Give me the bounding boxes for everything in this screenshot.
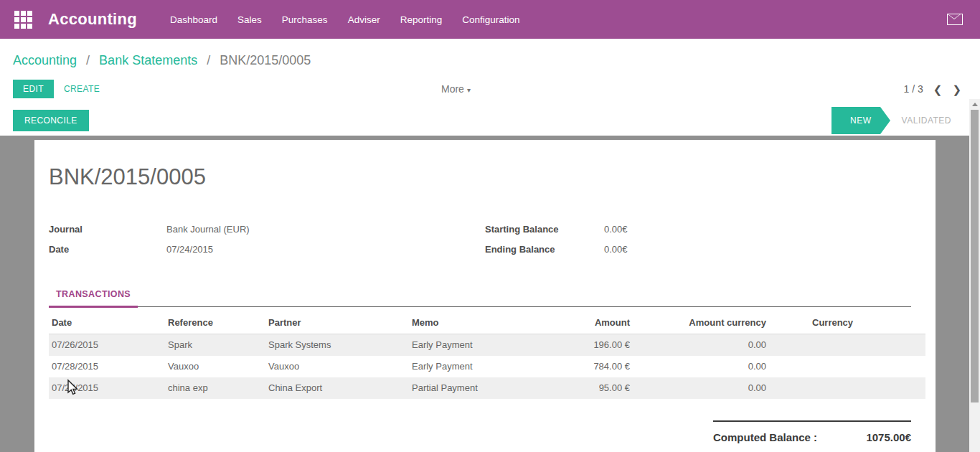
breadcrumb-bank-statements[interactable]: Bank Statements (99, 53, 197, 67)
table-row[interactable]: 07/27/2015 china exp China Export Partia… (49, 377, 925, 399)
statusbar: RECONCILE NEW VALIDATED (0, 105, 980, 136)
scrollbar-thumb[interactable] (971, 110, 979, 402)
apps-grid-icon[interactable] (14, 11, 32, 29)
top-navbar: Accounting Dashboard Sales Purchases Adv… (0, 0, 980, 39)
cell-partner[interactable]: Vauxoo (265, 356, 409, 377)
cell-date[interactable]: 07/26/2015 (49, 334, 165, 356)
more-dropdown[interactable]: More▾ (441, 83, 471, 95)
state-new[interactable]: NEW (831, 107, 880, 134)
date-label: Date (49, 244, 166, 255)
pager: 1 / 3 ❮ ❯ (904, 83, 961, 95)
breadcrumb-current-record: BNK/2015/0005 (220, 53, 311, 67)
menu-purchases[interactable]: Purchases (282, 14, 328, 25)
control-panel: EDIT CREATE More▾ 1 / 3 ❮ ❯ (0, 72, 980, 105)
cell-reference[interactable]: Vauxoo (165, 356, 265, 377)
cell-amount-currency[interactable]: 0.00 (644, 334, 781, 356)
cell-amount[interactable]: 196.00 € (558, 334, 644, 356)
cell-currency[interactable] (781, 356, 925, 377)
ending-balance-value[interactable]: 0.00€ (604, 244, 628, 255)
table-row[interactable]: 07/26/2015 Spark Spark Systems Early Pay… (49, 334, 925, 356)
cell-amount-currency[interactable]: 0.00 (644, 377, 781, 399)
scrollbar-up-icon[interactable] (969, 99, 980, 109)
pager-count: 1 / 3 (904, 83, 923, 95)
col-date[interactable]: Date (49, 313, 165, 334)
computed-balance: Computed Balance : 1075.00€ (713, 420, 911, 443)
breadcrumb-separator: / (86, 53, 90, 67)
pager-previous-icon[interactable]: ❮ (933, 84, 943, 95)
menu-sales[interactable]: Sales (237, 14, 262, 25)
computed-balance-label: Computed Balance : (713, 431, 817, 443)
cell-currency[interactable] (781, 334, 925, 356)
cell-partner[interactable]: China Export (265, 377, 409, 399)
notebook-tabbar: TRANSACTIONS (49, 289, 911, 307)
cell-memo[interactable]: Early Payment (409, 356, 558, 377)
cell-memo[interactable]: Partial Payment (409, 377, 558, 399)
menu-configuration[interactable]: Configuration (462, 14, 519, 25)
journal-label: Journal (49, 224, 166, 235)
menu-reporting[interactable]: Reporting (400, 14, 443, 25)
col-amount[interactable]: Amount (558, 313, 644, 334)
cell-amount[interactable]: 95.00 € (558, 377, 644, 399)
table-header-row: Date Reference Partner Memo Amount Amoun… (49, 313, 925, 334)
cell-date[interactable]: 07/28/2015 (49, 356, 165, 377)
form-view-background: BNK/2015/0005 Journal Bank Journal (EUR)… (0, 136, 980, 452)
ending-balance-label: Ending Balance (485, 244, 604, 255)
col-reference[interactable]: Reference (165, 313, 265, 334)
cell-currency[interactable] (781, 377, 925, 399)
pager-next-icon[interactable]: ❯ (952, 84, 961, 95)
chevron-down-icon: ▾ (467, 86, 471, 94)
cell-partner[interactable]: Spark Systems (265, 334, 409, 356)
cell-date[interactable]: 07/27/2015 (49, 377, 165, 399)
record-title: BNK/2015/0005 (49, 164, 911, 190)
starting-balance-label: Starting Balance (485, 224, 604, 235)
messages-envelope-icon[interactable] (947, 14, 963, 25)
col-currency[interactable]: Currency (781, 313, 925, 334)
cell-reference[interactable]: Spark (165, 334, 265, 356)
col-partner[interactable]: Partner (265, 313, 409, 334)
breadcrumb-separator: / (207, 53, 210, 67)
reconcile-button[interactable]: RECONCILE (13, 110, 89, 131)
col-amount-currency[interactable]: Amount currency (644, 313, 781, 334)
menu-adviser[interactable]: Adviser (348, 14, 380, 25)
journal-value[interactable]: Bank Journal (EUR) (166, 224, 250, 235)
date-value[interactable]: 07/24/2015 (166, 244, 213, 255)
breadcrumb-accounting[interactable]: Accounting (13, 53, 77, 67)
vertical-scrollbar[interactable] (969, 99, 980, 452)
col-memo[interactable]: Memo (409, 313, 558, 334)
tab-transactions[interactable]: TRANSACTIONS (49, 289, 138, 308)
table-row[interactable]: 07/28/2015 Vauxoo Vauxoo Early Payment 7… (49, 356, 925, 377)
cell-reference[interactable]: china exp (165, 377, 265, 399)
cell-amount[interactable]: 784.00 € (558, 356, 644, 377)
app-title[interactable]: Accounting (48, 10, 137, 29)
cell-memo[interactable]: Early Payment (409, 334, 558, 356)
form-sheet: BNK/2015/0005 Journal Bank Journal (EUR)… (34, 140, 936, 452)
cell-amount-currency[interactable]: 0.00 (644, 356, 781, 377)
edit-button[interactable]: EDIT (13, 80, 54, 98)
state-validated[interactable]: VALIDATED (880, 116, 958, 126)
create-button[interactable]: CREATE (54, 80, 110, 98)
main-menu: Dashboard Sales Purchases Adviser Report… (170, 14, 520, 25)
breadcrumb: Accounting / Bank Statements / BNK/2015/… (0, 39, 980, 72)
transactions-table: Date Reference Partner Memo Amount Amoun… (49, 313, 925, 399)
starting-balance-value[interactable]: 0.00€ (604, 224, 628, 235)
field-groups: Journal Bank Journal (EUR) Date 07/24/20… (49, 222, 911, 256)
menu-dashboard[interactable]: Dashboard (170, 14, 217, 25)
computed-balance-value: 1075.00€ (866, 431, 911, 443)
state-widget: NEW VALIDATED (831, 107, 958, 134)
